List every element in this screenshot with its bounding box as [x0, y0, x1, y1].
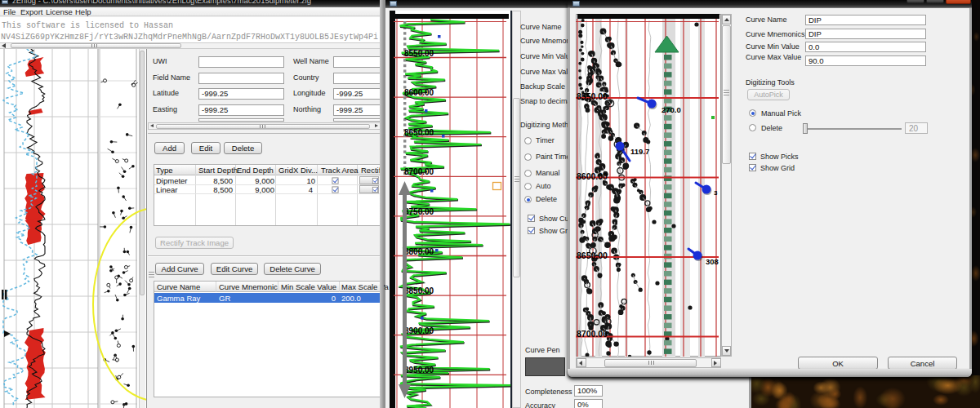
svg-text:8800.00: 8800.00: [404, 247, 434, 256]
svg-text:8550.00: 8550.00: [404, 49, 434, 58]
svg-text:270.0: 270.0: [662, 105, 681, 114]
svg-text:8750.00: 8750.00: [404, 207, 434, 216]
svg-text:8850.00: 8850.00: [404, 286, 434, 295]
svg-text:8700.00: 8700.00: [577, 329, 608, 339]
svg-text:8700.00: 8700.00: [404, 167, 434, 176]
svg-text:8950.00: 8950.00: [404, 366, 434, 375]
svg-text:8650.00: 8650.00: [404, 128, 434, 137]
svg-text:119.7: 119.7: [630, 147, 649, 156]
svg-text:8600.00: 8600.00: [404, 88, 434, 97]
svg-text:8550.00: 8550.00: [577, 91, 608, 101]
svg-text:8600.00: 8600.00: [577, 171, 608, 181]
svg-text:8650.00: 8650.00: [577, 251, 608, 260]
svg-text:308: 308: [706, 257, 719, 266]
svg-text:3: 3: [714, 189, 718, 197]
svg-text:8900.00: 8900.00: [404, 326, 434, 335]
